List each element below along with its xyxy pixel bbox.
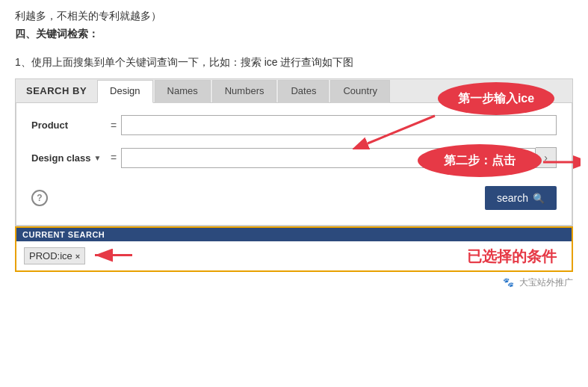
search-btn-row: ? search 🔍 (31, 180, 557, 213)
design-class-label-wrap: Design class ▼ (31, 152, 106, 164)
product-equals: = (106, 120, 121, 131)
search-button-label: search (497, 192, 528, 204)
current-search-header: CURRENT SEARCH (16, 228, 572, 241)
tab-numbers[interactable]: Numbers (212, 80, 277, 103)
current-search-section: CURRENT SEARCH PROD:ice × (15, 226, 573, 272)
tab-names[interactable]: Names (155, 80, 211, 103)
tab-country[interactable]: Country (330, 80, 390, 103)
design-class-dropdown-icon: ▼ (94, 154, 102, 162)
design-class-label: Design class ▼ (31, 152, 106, 164)
current-search-wrapper: CURRENT SEARCH PROD:ice × (15, 226, 573, 272)
tab-design[interactable]: Design (97, 80, 152, 103)
step2-arrow-svg (539, 151, 581, 173)
watermark: 🐾 大宝站外推广 (0, 272, 588, 292)
tag-close-button[interactable]: × (75, 252, 80, 261)
current-search-annotation: 已选择的条件 (467, 246, 557, 266)
product-label: Product (31, 120, 106, 131)
watermark-text: 大宝站外推广 (519, 277, 573, 288)
search-by-label: SEARCH BY (16, 79, 97, 102)
search-tag: PROD:ice × (24, 247, 85, 264)
search-tag-value: PROD:ice (29, 250, 72, 261)
svg-line-3 (368, 116, 435, 143)
watermark-icon: 🐾 (503, 277, 514, 288)
step2-annotation-svg: 第二步：点击 (412, 142, 547, 179)
search-button[interactable]: search 🔍 (485, 186, 557, 210)
help-button[interactable]: ? (31, 190, 48, 206)
help-icon-symbol: ? (37, 193, 42, 203)
current-search-arrow-svg (91, 244, 136, 266)
current-search-body: PROD:ice × 已选择的条件 (16, 241, 572, 270)
top-text-section: 利越多，不相关的专利就越多） 四、关键词检索： (0, 0, 588, 48)
svg-text:第一步输入ice: 第一步输入ice (458, 91, 534, 105)
search-button-icon: 🔍 (533, 193, 545, 204)
svg-text:第二步：点击: 第二步：点击 (444, 154, 516, 167)
design-class-equals: = (106, 152, 121, 164)
search-widget-wrapper: 第一步输入ice SEARCH BY Design Names (0, 78, 588, 226)
page-container: 利越多，不相关的专利就越多） 四、关键词检索： 1、使用上面搜集到单个关键词查询… (0, 0, 588, 292)
top-line2: 四、关键词检索： (15, 25, 573, 43)
top-line1: 利越多，不相关的专利就越多） (15, 7, 573, 25)
instruction-text: 1、使用上面搜集到单个关键词查询一下，比如：搜索 ice 进行查询如下图 (0, 48, 588, 79)
tab-dates[interactable]: Dates (278, 80, 329, 103)
design-class-text: Design class (31, 152, 91, 164)
